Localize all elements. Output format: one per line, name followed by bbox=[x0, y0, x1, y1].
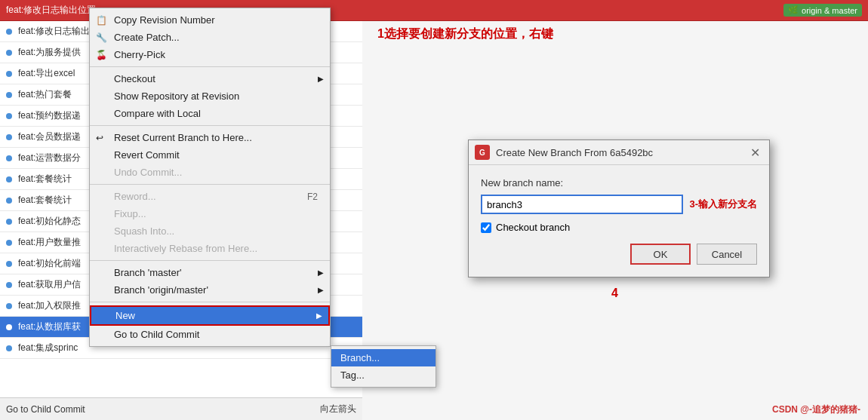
arrow-icon: ▶ bbox=[318, 286, 324, 294]
create-branch-dialog[interactable]: G Create New Branch From 6a5492bc ✕ New … bbox=[468, 139, 770, 277]
arrow-left-text: 向左箭头 bbox=[320, 403, 356, 415]
menu-separator-5 bbox=[90, 302, 330, 302]
submenu-item-branch[interactable]: Branch... bbox=[331, 349, 436, 366]
menu-item-checkout[interactable]: Checkout ▶ bbox=[90, 70, 330, 87]
title-bar-right: 🌿 origin & master bbox=[783, 4, 862, 17]
cherry-pick-icon: 🍒 bbox=[96, 50, 107, 60]
context-menu[interactable]: 📋 Copy Revision Number 🔧 Create Patch...… bbox=[89, 8, 331, 347]
commit-dot bbox=[6, 198, 12, 204]
annotation-3: 3-输入新分支名 bbox=[689, 198, 757, 211]
submenu-item-tag[interactable]: Tag... bbox=[331, 366, 436, 384]
menu-item-squash[interactable]: Squash Into... bbox=[90, 222, 330, 240]
commit-dot bbox=[6, 240, 12, 246]
commit-dot bbox=[6, 113, 12, 119]
commit-text: feat:套餐统计 bbox=[18, 194, 72, 207]
dialog-app-icon: G bbox=[475, 145, 490, 160]
submenu-label: Tag... bbox=[340, 369, 365, 381]
dialog-close-button[interactable]: ✕ bbox=[747, 146, 763, 160]
annotation-1: 1选择要创建新分支的位置，右键 bbox=[377, 26, 553, 42]
commit-text: feat:获取用户信 bbox=[18, 278, 81, 291]
menu-label: Checkout bbox=[114, 73, 155, 84]
menu-label: Revert Commit bbox=[114, 149, 180, 161]
commit-dot bbox=[6, 282, 12, 288]
commit-text: feat:集成sprinc bbox=[18, 342, 78, 354]
menu-label: Squash Into... bbox=[114, 225, 174, 237]
commit-text: feat:热门套餐 bbox=[18, 88, 72, 101]
menu-label: Compare with Local bbox=[114, 108, 201, 119]
menu-separator-4 bbox=[90, 260, 330, 261]
csdn-watermark: CSDN @-追梦的猪猪- bbox=[772, 403, 860, 416]
commit-text: feat:套餐统计 bbox=[18, 173, 72, 185]
cancel-button[interactable]: Cancel bbox=[697, 244, 757, 265]
origin-badge: 🌿 origin & master bbox=[783, 4, 862, 17]
bottom-bar: Go to Child Commit 向左箭头 bbox=[0, 397, 362, 420]
commit-text: feat:为服务提供 bbox=[18, 46, 81, 59]
commit-text: feat:会员数据递 bbox=[18, 130, 81, 143]
menu-separator-1 bbox=[90, 66, 330, 67]
menu-item-cherry-pick[interactable]: 🍒 Cherry-Pick bbox=[90, 46, 330, 63]
commit-dot bbox=[6, 324, 12, 330]
menu-item-show-repo[interactable]: Show Repository at Revision bbox=[90, 87, 330, 105]
commit-dot bbox=[6, 345, 12, 351]
commit-dot bbox=[6, 50, 12, 56]
origin-text: origin & master bbox=[802, 6, 857, 15]
commit-text: feat:运营数据分 bbox=[18, 152, 81, 164]
arrow-icon: ▶ bbox=[318, 268, 324, 277]
copy-icon: 📋 bbox=[96, 15, 107, 26]
dialog-icon-symbol: G bbox=[479, 149, 485, 157]
commit-text: feat:初始化静态 bbox=[18, 215, 81, 228]
dialog-title: Create New Branch From 6a5492bc bbox=[496, 147, 747, 158]
commit-text: feat:预约数据递 bbox=[18, 109, 81, 122]
submenu[interactable]: Branch... Tag... bbox=[331, 345, 436, 388]
commit-text: feat:加入权限推 bbox=[18, 299, 81, 312]
menu-item-create-patch[interactable]: 🔧 Create Patch... bbox=[90, 29, 330, 46]
dialog-input-row: 3-输入新分支名 bbox=[481, 195, 757, 214]
menu-item-reword[interactable]: Reword... F2 bbox=[90, 188, 330, 205]
checkout-branch-checkbox[interactable] bbox=[481, 222, 491, 233]
menu-item-branch-master[interactable]: Branch 'master' ▶ bbox=[90, 264, 330, 281]
commit-dot bbox=[6, 261, 12, 267]
dialog-body: New branch name: 3-输入新分支名 Checkout branc… bbox=[469, 165, 769, 277]
menu-label: Reword... bbox=[114, 191, 156, 202]
dialog-checkout-row: Checkout branch bbox=[481, 222, 757, 233]
menu-label: Copy Revision Number bbox=[114, 14, 215, 26]
menu-label: Interactively Rebase from Here... bbox=[114, 243, 257, 254]
menu-label: Create Patch... bbox=[114, 32, 180, 43]
commit-text: feat:导出excel bbox=[18, 67, 75, 80]
menu-separator-3 bbox=[90, 184, 330, 185]
menu-item-fixup[interactable]: Fixup... bbox=[90, 205, 330, 222]
reset-icon: ↩ bbox=[96, 133, 103, 143]
origin-icon: 🌿 bbox=[788, 5, 799, 15]
commit-dot bbox=[6, 71, 12, 77]
menu-item-interactive-rebase[interactable]: Interactively Rebase from Here... bbox=[90, 240, 330, 257]
menu-item-branch-origin-master[interactable]: Branch 'origin/master' ▶ bbox=[90, 281, 330, 299]
menu-label: Show Repository at Revision bbox=[114, 90, 239, 102]
commit-text: feat:用户数量推 bbox=[18, 236, 81, 249]
go-to-child-text: Go to Child Commit bbox=[6, 404, 85, 415]
commit-dot bbox=[6, 219, 12, 225]
commit-dot bbox=[6, 92, 12, 98]
branch-name-input[interactable] bbox=[481, 195, 683, 214]
menu-item-new[interactable]: New ▶ bbox=[90, 305, 330, 326]
commit-dot bbox=[6, 155, 12, 161]
arrow-icon: ▶ bbox=[318, 75, 324, 83]
commit-text: feat:从数据库获 bbox=[18, 320, 81, 333]
menu-item-compare-local[interactable]: Compare with Local bbox=[90, 105, 330, 122]
commit-dot bbox=[6, 134, 12, 140]
menu-item-reset-branch[interactable]: ↩ Reset Current Branch to Here... bbox=[90, 129, 330, 146]
menu-separator-2 bbox=[90, 125, 330, 126]
shortcut-f2: F2 bbox=[292, 192, 318, 202]
menu-label: Go to Child Commit bbox=[114, 329, 199, 340]
menu-item-copy-revision[interactable]: 📋 Copy Revision Number bbox=[90, 11, 330, 29]
checkout-branch-label: Checkout branch bbox=[496, 222, 570, 233]
menu-item-go-to-child[interactable]: Go to Child Commit bbox=[90, 326, 330, 343]
menu-item-revert-commit[interactable]: Revert Commit bbox=[90, 146, 330, 164]
submenu-label: Branch... bbox=[340, 352, 380, 363]
arrow-icon: ▶ bbox=[316, 311, 322, 320]
menu-item-undo-commit[interactable]: Undo Commit... bbox=[90, 164, 330, 181]
menu-label: Branch 'master' bbox=[114, 267, 182, 278]
ok-button[interactable]: OK bbox=[630, 244, 691, 265]
dialog-title-bar: G Create New Branch From 6a5492bc ✕ bbox=[469, 140, 769, 165]
menu-label: New bbox=[115, 310, 135, 321]
menu-label: Branch 'origin/master' bbox=[114, 284, 208, 296]
